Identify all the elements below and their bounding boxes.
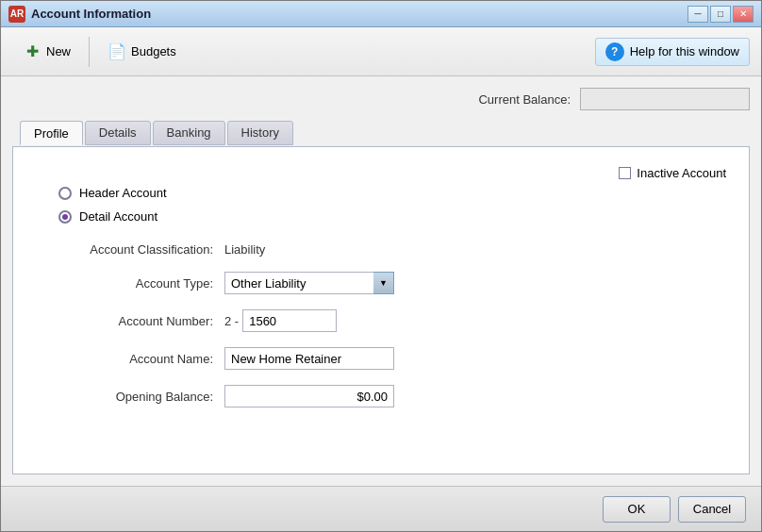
form-section: Account Classification: Liability Accoun… [36, 242, 726, 407]
detail-account-radio[interactable]: Detail Account [58, 209, 726, 224]
budgets-icon: 📄 [108, 42, 126, 61]
inactive-account-checkbox[interactable] [619, 167, 631, 179]
account-number-input-group: 2 - [224, 309, 337, 332]
account-name-label: Account Name: [36, 352, 224, 366]
tab-header-area: Profile Details Banking History [12, 120, 750, 146]
tab-banking[interactable]: Banking [153, 121, 225, 145]
tab-history[interactable]: History [227, 121, 293, 145]
account-name-input[interactable] [224, 347, 394, 370]
cancel-button[interactable]: Cancel [678, 496, 746, 523]
account-number-row: Account Number: 2 - [36, 309, 726, 332]
window-icon: AR [8, 6, 25, 23]
minimize-button[interactable]: ─ [687, 6, 708, 23]
account-type-row: Account Type: Other Liability Current Li… [36, 272, 726, 294]
ok-button[interactable]: OK [603, 496, 671, 523]
tab-profile[interactable]: Profile [20, 121, 83, 145]
new-button[interactable]: ✚ New [12, 38, 81, 66]
account-type-select-wrapper: Other Liability Current Liability Long-t… [224, 272, 394, 294]
help-icon: ? [605, 42, 624, 61]
inactive-account-label: Inactive Account [637, 166, 726, 180]
maximize-button[interactable]: □ [710, 6, 731, 23]
account-name-row: Account Name: [36, 347, 726, 370]
account-number-input[interactable] [242, 309, 337, 332]
header-account-label: Header Account [79, 186, 167, 200]
window-controls: ─ □ ✕ [687, 6, 754, 23]
new-icon: ✚ [23, 42, 41, 61]
budgets-label: Budgets [131, 44, 176, 58]
classification-value: Liability [224, 242, 265, 257]
account-type-label: Account Type: [36, 276, 224, 291]
help-label: Help for this window [630, 44, 739, 58]
header-account-radio[interactable]: Header Account [58, 186, 726, 200]
balance-row: Current Balance: [12, 88, 750, 110]
new-label: New [46, 44, 71, 58]
tabs: Profile Details Banking History [12, 121, 295, 145]
toolbar-separator [89, 37, 90, 67]
account-prefix: 2 - [224, 314, 239, 328]
detail-account-label: Detail Account [79, 209, 157, 224]
budgets-button[interactable]: 📄 Budgets [97, 38, 187, 66]
toolbar: ✚ New 📄 Budgets ? Help for this window [1, 27, 761, 76]
classification-label: Account Classification: [36, 242, 224, 257]
tab-details[interactable]: Details [85, 121, 151, 145]
profile-tab-content: Inactive Account Header Account Detail A… [13, 147, 749, 441]
classification-row: Account Classification: Liability [36, 242, 726, 257]
header-account-radio-btn[interactable] [58, 187, 72, 200]
balance-input[interactable] [580, 88, 750, 110]
opening-balance-row: Opening Balance: [36, 385, 726, 407]
balance-label: Current Balance: [478, 92, 571, 107]
help-button[interactable]: ? Help for this window [595, 38, 750, 66]
detail-account-radio-btn[interactable] [58, 210, 72, 224]
inactive-account-row: Inactive Account [619, 166, 726, 180]
account-type-select[interactable]: Other Liability Current Liability Long-t… [224, 272, 394, 294]
account-number-label: Account Number: [36, 314, 224, 328]
panel-content: Inactive Account Header Account Detail A… [12, 146, 750, 474]
bottom-bar: OK Cancel [1, 486, 761, 531]
account-type-radio-group: Header Account Detail Account [58, 186, 726, 224]
content-area: Current Balance: Profile Details Banking [1, 76, 761, 486]
close-button[interactable]: ✕ [733, 6, 754, 23]
opening-balance-label: Opening Balance: [36, 390, 224, 404]
panel-wrapper: Profile Details Banking History [12, 120, 750, 474]
window-title: Account Information [31, 7, 687, 21]
opening-balance-input[interactable] [224, 385, 394, 407]
